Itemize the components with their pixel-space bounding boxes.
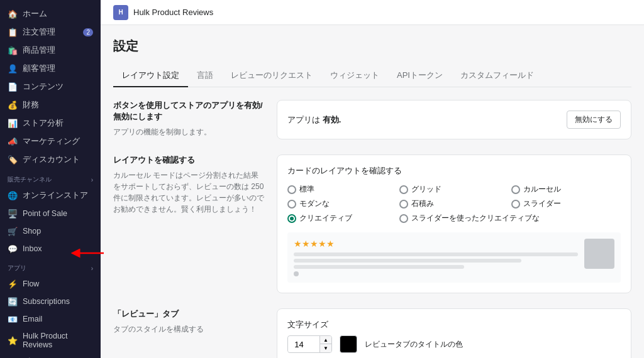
tab-custom-field[interactable]: カスタムフィールド: [452, 65, 543, 87]
tab-language[interactable]: 言語: [188, 65, 222, 87]
decrement-button[interactable]: ▼: [320, 344, 331, 352]
sidebar-item-online-store[interactable]: 🌐 オンラインストア: [0, 187, 101, 205]
subscriptions-icon: 🔄: [8, 296, 18, 306]
radio-slider[interactable]: スライダー: [511, 198, 621, 209]
topbar-title: Hulk Product Reviews: [133, 8, 213, 17]
number-input-field: 14 ▲ ▼: [288, 336, 331, 352]
products-icon: 🛍️: [8, 46, 18, 56]
page-title: 設定: [113, 38, 631, 55]
toggle-section-desc: ボタンを使用してストアのアプリを有効/無効にします アプリの機能を制御します。: [113, 100, 264, 139]
sales-channel-section: 販売チャンネル ›: [0, 169, 101, 187]
sidebar-item-hulk[interactable]: ⭐ Hulk Product Reviews: [0, 328, 101, 353]
app-logo: H: [113, 5, 128, 20]
sidebar-item-flow[interactable]: ⚡ Flow: [0, 275, 101, 293]
layout-radio-grid: 標準 グリッド カルーセル モダンな: [287, 184, 621, 224]
tabs-bar: レイアウト設定 言語 レビューのリクエスト ウィジェット APIトークン カスタ…: [113, 65, 631, 87]
radio-circle-creative-slider: [399, 214, 408, 223]
sales-channel-arrow: ›: [91, 176, 93, 183]
preview-stars: ★★★★★: [294, 239, 578, 249]
sidebar-item-discount[interactable]: 🏷️ ディスカウント: [0, 151, 101, 169]
toggle-section: ボタンを使用してストアのアプリを有効/無効にします アプリの機能を制御します。 …: [113, 100, 631, 139]
radio-grid[interactable]: グリッド: [399, 184, 509, 195]
radio-masonry[interactable]: 石積み: [399, 198, 509, 209]
layout-section-card: カードのレイアウトを確認する 標準 グリッド カルーセル: [277, 155, 631, 293]
radio-circle-standard: [287, 185, 296, 194]
preview-dot: [294, 271, 299, 276]
pos-icon: 🖥️: [8, 209, 18, 219]
preview-lines: ★★★★★: [294, 239, 578, 276]
tab-widget[interactable]: ウィジェット: [321, 65, 388, 87]
toggle-row: アプリは 有効. 無効にする: [287, 111, 621, 129]
content-icon: 📄: [8, 82, 18, 92]
preview-line-3: [294, 265, 464, 269]
apps-arrow: ›: [91, 265, 93, 272]
tab-layout[interactable]: レイアウト設定: [113, 65, 188, 87]
sidebar-item-orders[interactable]: 📋 注文管理 2: [0, 23, 101, 41]
inbox-icon: 💬: [8, 244, 18, 254]
disable-button[interactable]: 無効にする: [567, 111, 621, 129]
toggle-section-card: アプリは 有効. 無効にする: [277, 100, 631, 139]
email-icon: 📧: [8, 314, 18, 324]
sidebar-item-pos[interactable]: 🖥️ Point of Sale: [0, 205, 101, 222]
finance-icon: 💰: [8, 100, 18, 111]
preview-line-2: [294, 259, 521, 263]
sidebar-item-analytics[interactable]: 📊 ストア分析: [0, 114, 101, 133]
font-size-input-wrapper: 14 ▲ ▼: [287, 335, 332, 353]
layout-section: レイアウトを確認する カルーセル モードはページ分割された結果をサポートしておら…: [113, 155, 631, 293]
sidebar-item-inbox[interactable]: 💬 Inbox: [0, 240, 101, 258]
font-size-label: 文字サイズ: [287, 319, 621, 330]
home-icon: 🏠: [8, 9, 18, 19]
radio-circle-carousel: [511, 185, 520, 194]
toggle-status-text: アプリは 有効.: [287, 114, 341, 126]
increment-button[interactable]: ▲: [320, 336, 331, 344]
sidebar-item-home[interactable]: 🏠 ホーム: [0, 5, 101, 23]
tab-api-token[interactable]: APIトークン: [388, 65, 452, 87]
flow-icon: ⚡: [8, 279, 18, 289]
sidebar-item-products[interactable]: 🛍️ 商品管理: [0, 41, 101, 60]
preview-thumbnail: [584, 239, 614, 269]
layout-preview: ★★★★★: [287, 232, 621, 283]
hulk-icon: ⭐: [8, 335, 18, 345]
layout-section-desc: レイアウトを確認する カルーセル モードはページ分割された結果をサポートしておら…: [113, 155, 264, 293]
font-size-row: 14 ▲ ▼ レビュータブのタイトルの色: [287, 335, 621, 353]
sidebar-item-customers[interactable]: 👤 顧客管理: [0, 60, 101, 78]
sidebar-item-marketing[interactable]: 📣 マーケティング: [0, 133, 101, 151]
sidebar-item-subscriptions[interactable]: 🔄 Subscriptions: [0, 293, 101, 310]
content-area: 設定 レイアウト設定 言語 レビューのリクエスト ウィジェット APIトークン …: [101, 25, 644, 358]
online-store-icon: 🌐: [8, 191, 18, 201]
preview-line-1: [294, 252, 578, 256]
tab-review-request[interactable]: レビューのリクエスト: [222, 65, 321, 87]
radio-circle-grid: [399, 185, 408, 194]
font-size-input[interactable]: 14: [288, 337, 319, 352]
radio-creative-slider[interactable]: スライダーを使ったクリエイティブな: [399, 213, 621, 224]
review-tab-card: 文字サイズ 14 ▲ ▼ レビュータブのタイトルの色: [277, 308, 631, 358]
sidebar: 🏠 ホーム 📋 注文管理 2 🛍️ 商品管理 👤 顧客管理 📄 コンテンツ 💰 …: [0, 0, 101, 358]
number-spinners: ▲ ▼: [319, 336, 331, 352]
sidebar-item-content[interactable]: 📄 コンテンツ: [0, 78, 101, 96]
radio-circle-slider: [511, 200, 520, 209]
title-color-label: レビュータブのタイトルの色: [365, 339, 463, 350]
analytics-icon: 📊: [8, 119, 18, 129]
customers-icon: 👤: [8, 64, 18, 74]
main-area: H Hulk Product Reviews 設定 レイアウト設定 言語 レビュ…: [101, 0, 644, 358]
orders-badge: 2: [83, 28, 93, 36]
radio-standard[interactable]: 標準: [287, 184, 397, 195]
review-tab-desc: 「レビュー」タブ タブのスタイルを構成する: [113, 308, 264, 358]
radio-circle-creative: [287, 214, 296, 223]
orders-icon: 📋: [8, 28, 18, 38]
sidebar-item-finance[interactable]: 💰 財務: [0, 96, 101, 114]
shop-icon: 🛒: [8, 226, 18, 236]
sidebar-item-shop[interactable]: 🛒 Shop: [0, 222, 101, 240]
radio-creative[interactable]: クリエイティブ: [287, 213, 397, 224]
topbar: H Hulk Product Reviews: [101, 0, 644, 25]
marketing-icon: 📣: [8, 137, 18, 147]
sidebar-item-email[interactable]: 📧 Email: [0, 310, 101, 328]
radio-circle-modern: [287, 200, 296, 209]
discount-icon: 🏷️: [8, 155, 18, 165]
radio-circle-masonry: [399, 200, 408, 209]
radio-modern[interactable]: モダンな: [287, 198, 397, 209]
radio-carousel[interactable]: カルーセル: [511, 184, 621, 195]
title-color-swatch[interactable]: [340, 335, 357, 353]
review-tab-section: 「レビュー」タブ タブのスタイルを構成する 文字サイズ 14 ▲ ▼: [113, 308, 631, 358]
sidebar-sub-reviews[interactable]: レビュー: [0, 353, 101, 358]
